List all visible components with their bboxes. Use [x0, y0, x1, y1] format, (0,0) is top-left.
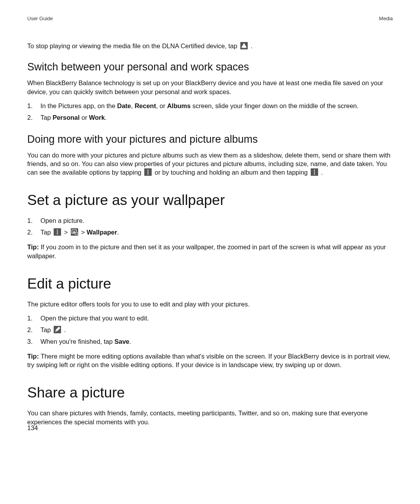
tip-text: There might be more editing options avai…	[27, 353, 390, 368]
svg-point-6	[314, 172, 315, 173]
text-fragment: >	[64, 229, 70, 236]
bold-save: Save	[114, 338, 130, 345]
svg-point-9	[57, 231, 58, 233]
svg-point-3	[147, 172, 149, 173]
page-container: User Guide Media To stop playing or view…	[0, 0, 420, 504]
step-number: 1.	[27, 314, 40, 323]
doing-more-paragraph: You can do more with your pictures and p…	[27, 151, 393, 177]
set-as-icon	[71, 228, 78, 236]
text-fragment: ,	[131, 102, 135, 109]
step-number: 1.	[27, 216, 40, 226]
text-fragment: Tap	[40, 229, 52, 236]
text-fragment: Tap	[40, 326, 52, 333]
step-text: Tap .	[40, 326, 393, 335]
list-item: 3. When you're finished, tap Save.	[27, 337, 393, 346]
step-number: 2.	[27, 113, 40, 122]
bold-personal: Personal	[52, 114, 80, 121]
tip-text: If you zoom in to the picture and then s…	[27, 243, 386, 259]
more-options-icon	[54, 228, 61, 236]
heading-share-picture: Share a picture	[27, 385, 393, 401]
header-left: User Guide	[27, 16, 53, 21]
edit-picture-steps: 1. Open the picture that you want to edi…	[27, 314, 393, 346]
more-options-icon	[311, 168, 318, 176]
text-fragment: screen, slide your finger down on the mi…	[191, 102, 359, 109]
step-number: 2.	[27, 228, 40, 237]
svg-rect-13	[75, 233, 77, 235]
heading-set-wallpaper: Set a picture as your wallpaper	[27, 192, 393, 208]
more-options-icon	[144, 168, 152, 176]
text-fragment: or	[80, 114, 89, 121]
running-header: User Guide Media	[27, 16, 393, 21]
svg-marker-0	[242, 44, 246, 47]
svg-point-8	[57, 230, 58, 231]
dlna-stop-line: To stop playing or viewing the media fil…	[27, 42, 393, 50]
heading-switch-spaces: Switch between your personal and work sp…	[27, 61, 393, 73]
svg-point-5	[314, 170, 315, 171]
stop-playback-icon	[240, 42, 248, 49]
edit-picture-paragraph: The picture editor offers tools for you …	[27, 300, 393, 308]
list-item: 1. In the Pictures app, on the Date, Rec…	[27, 102, 393, 111]
wallpaper-steps: 1. Open a picture. 2. Tap > > Wallpaper.	[27, 216, 393, 237]
step-text: When you're finished, tap Save.	[40, 337, 393, 346]
tip-label: Tip:	[27, 243, 41, 250]
step-text: Tap > > Wallpaper.	[40, 228, 393, 237]
bold-recent: Recent	[135, 102, 156, 109]
list-item: 1. Open a picture.	[27, 216, 393, 226]
step-number: 3.	[27, 337, 40, 346]
dlna-stop-text-before: To stop playing or viewing the media fil…	[27, 42, 239, 49]
bold-work: Work	[89, 114, 105, 121]
switch-spaces-paragraph: When BlackBerry Balance technology is se…	[27, 79, 393, 96]
wallpaper-tip: Tip: If you zoom in to the picture and t…	[27, 243, 393, 260]
list-item: 1. Open the picture that you want to edi…	[27, 314, 393, 323]
svg-rect-1	[242, 47, 246, 48]
header-right: Media	[379, 16, 393, 21]
text-fragment: .	[130, 338, 131, 345]
step-number: 2.	[27, 326, 40, 335]
svg-point-2	[147, 170, 149, 171]
page-number: 134	[27, 424, 38, 432]
svg-point-10	[57, 233, 58, 234]
svg-point-7	[314, 173, 315, 175]
switch-spaces-steps: 1. In the Pictures app, on the Date, Rec…	[27, 102, 393, 122]
text-fragment: >	[81, 229, 87, 236]
step-text: In the Pictures app, on the Date, Recent…	[40, 102, 393, 111]
step-number: 1.	[27, 102, 40, 111]
text-fragment: Tap	[40, 114, 52, 121]
heading-edit-picture: Edit a picture	[27, 276, 393, 292]
list-item: 2. Tap > > Wallpaper.	[27, 228, 393, 237]
share-picture-paragraph: You can share pictures with friends, fam…	[27, 409, 393, 426]
text-fragment: .	[64, 326, 66, 333]
text-fragment: .	[117, 229, 119, 236]
tip-label: Tip:	[27, 353, 41, 360]
edit-picture-tip: Tip: There might be more editing options…	[27, 352, 393, 369]
text-fragment: When you're finished, tap	[40, 338, 114, 345]
step-text: Tap Personal or Work.	[40, 113, 393, 122]
svg-point-4	[147, 173, 149, 175]
dlna-stop-text-after: .	[250, 42, 252, 49]
text-fragment: or by touching and holding an album and …	[155, 169, 310, 176]
bold-date: Date	[117, 102, 131, 109]
text-fragment: , or	[156, 102, 167, 109]
text-fragment: .	[321, 169, 323, 176]
list-item: 2. Tap .	[27, 326, 393, 335]
edit-pencil-icon	[54, 326, 61, 333]
step-text: Open the picture that you want to edit.	[40, 314, 393, 323]
text-fragment: In the Pictures app, on the	[40, 102, 117, 109]
text-fragment: .	[105, 114, 107, 121]
list-item: 2. Tap Personal or Work.	[27, 113, 393, 122]
bold-wallpaper: Wallpaper	[87, 229, 117, 236]
heading-doing-more: Doing more with your pictures and pictur…	[27, 133, 393, 145]
step-text: Open a picture.	[40, 216, 393, 226]
bold-albums: Albums	[167, 102, 191, 109]
